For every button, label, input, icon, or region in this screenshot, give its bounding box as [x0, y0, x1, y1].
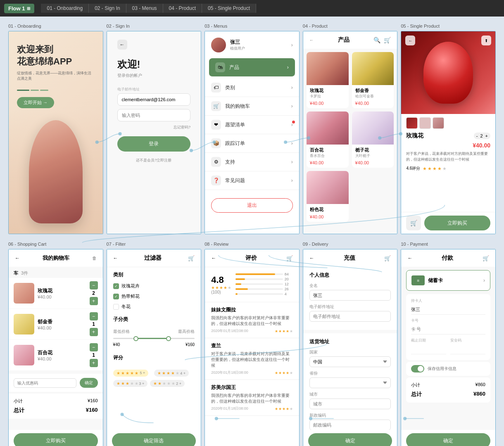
- cart-qty-plus-yellow[interactable]: +: [90, 328, 98, 336]
- expiry-input[interactable]: [411, 344, 446, 354]
- signin-login-button[interactable]: 登录: [117, 136, 191, 152]
- logout-button[interactable]: 退出: [211, 198, 293, 213]
- search-icon[interactable]: 🔍: [373, 37, 380, 43]
- email-delivery-input[interactable]: [309, 311, 391, 322]
- menu-item-orders[interactable]: 📦 跟踪订单 ›: [205, 134, 299, 153]
- delivery-cart-icon[interactable]: 🛒: [384, 255, 391, 261]
- cardholder-input[interactable]: [411, 304, 485, 315]
- province-select[interactable]: [309, 377, 391, 388]
- flow-button[interactable]: Flow 1 ⊞: [4, 4, 34, 13]
- rating-3[interactable]: ★ ★ ★ ★ ★ 3 +: [113, 380, 148, 387]
- coupon-input[interactable]: [14, 378, 76, 388]
- signin-password-input[interactable]: [117, 109, 191, 121]
- frame-shopping-cart: 06 - Shopping Cart ← 我的购物车 🗑 车 3件: [8, 249, 103, 446]
- rating-2[interactable]: ★ ★ ★ ★ ★ 2 +: [150, 380, 185, 387]
- signin-back-button[interactable]: ←: [117, 40, 127, 50]
- cart-checkout-button[interactable]: 立即购买: [14, 433, 98, 446]
- menu-item-product[interactable]: 🛍 产品 ›: [209, 58, 295, 77]
- country-select[interactable]: 中国: [309, 356, 391, 367]
- cart-qty-minus-yellow[interactable]: −: [90, 312, 98, 320]
- coupon-apply-button[interactable]: 确定: [80, 378, 98, 388]
- share-button[interactable]: ⬆: [481, 36, 491, 45]
- product-card-lily[interactable]: 百合花 香水百合 ¥40.00: [307, 112, 349, 168]
- forgot-password-link[interactable]: 忘记密码?: [117, 125, 191, 130]
- subtotal-row: 小计 ¥160: [14, 397, 98, 406]
- tab-product[interactable]: 04 - Product: [163, 4, 202, 13]
- filter-checkbox-tropical[interactable]: ✓: [113, 294, 119, 299]
- payment-cart-icon[interactable]: 🛒: [483, 255, 489, 261]
- product-card-pink[interactable]: 粉色花 ¥40.00: [307, 171, 349, 222]
- menu-label-orders: 跟踪订单: [225, 140, 287, 147]
- frame-filter: 07 - Filter ← 过滤器 🛒 类别 ✓ 玫瑰花卉 ✓ 热带: [107, 249, 202, 446]
- screen-onboarding: 欢迎来到 花意绵绵APP 绽放情感，花意无界——花意绵绵，演绎生活点滴之美 立即…: [9, 31, 103, 234]
- qty-plus[interactable]: +: [485, 133, 488, 138]
- tab-onboarding[interactable]: 01 - Onboarding: [41, 4, 89, 13]
- menu-item-category[interactable]: 🏷 类别 ›: [205, 78, 299, 97]
- cart-qty-minus-lily[interactable]: −: [90, 343, 98, 351]
- back-icon[interactable]: ←: [309, 38, 314, 43]
- city-input[interactable]: [309, 399, 391, 409]
- cart-qty-minus-rose[interactable]: −: [90, 281, 98, 289]
- cart-qty-plus-rose[interactable]: +: [90, 297, 98, 305]
- delivery-back-button[interactable]: ←: [309, 255, 314, 261]
- payment-confirm-button[interactable]: 确定: [406, 433, 490, 446]
- filter-back-button[interactable]: ←: [113, 255, 118, 261]
- thumb-3[interactable]: [433, 117, 444, 129]
- review-title: 评价: [216, 254, 286, 262]
- review-cart-icon[interactable]: 🛒: [286, 255, 293, 261]
- cart-trash-icon[interactable]: 🗑: [92, 256, 97, 261]
- card-number-input[interactable]: [411, 324, 485, 334]
- card-option-debit[interactable]: ≡ 储蓄卡 ›: [406, 270, 490, 291]
- save-card-label: 保存信用卡信息: [428, 366, 456, 372]
- single-back-button[interactable]: ←: [405, 36, 415, 45]
- filter-checkbox-winter[interactable]: [113, 304, 119, 310]
- filter-cart-icon[interactable]: 🛒: [188, 255, 195, 261]
- slider-thumb-min[interactable]: [133, 336, 138, 341]
- delivery-confirm-button[interactable]: 确定: [308, 433, 392, 446]
- register-link[interactable]: 还不是会员?立即注册: [117, 158, 191, 163]
- postal-input[interactable]: [309, 420, 391, 430]
- filter-apply-button[interactable]: 确定筛选: [112, 433, 196, 446]
- onboarding-start-button[interactable]: 立即开始 →: [17, 97, 54, 108]
- name-input[interactable]: [309, 290, 391, 301]
- save-card-toggle[interactable]: [411, 365, 424, 372]
- product-card-white[interactable]: 栀子花 大叶栀子 ¥40.00: [352, 112, 394, 168]
- signin-email-input[interactable]: [117, 93, 191, 106]
- review-back-button[interactable]: ←: [211, 255, 216, 261]
- product-card-yellow[interactable]: 郁金香 哈尔可金香 ¥40.00: [352, 52, 394, 108]
- frame-menus: 03 - Menus 张三 植值用户 › 🛍 产品 ›: [204, 31, 300, 234]
- save-card-toggle-row: 保存信用卡信息: [406, 362, 490, 376]
- cart-back-button[interactable]: ←: [15, 255, 20, 261]
- cart-item-img-rose: [14, 283, 34, 304]
- onboarding-progress: [17, 90, 95, 91]
- tab-menus[interactable]: 03 - Menus: [126, 4, 163, 13]
- cart-header-icon[interactable]: 🛒: [384, 37, 391, 43]
- cart-qty-plus-lily[interactable]: +: [90, 359, 98, 367]
- slider-thumb-max[interactable]: [166, 336, 171, 341]
- product-name-rose: 玫瑰花: [310, 88, 345, 94]
- frame-product: 04 - Product ← 产品 🔍 🛒: [303, 31, 398, 234]
- product-card-rose[interactable]: 玫瑰花 卡罗拉 ¥40.00: [307, 52, 349, 108]
- add-to-cart-button[interactable]: 🛒: [406, 216, 421, 230]
- filter-checkbox-roses[interactable]: ✓: [113, 283, 119, 289]
- cart-header: ← 我的购物车 🗑: [9, 249, 103, 267]
- rating-5[interactable]: ★ ★ ★ ★ ★ 5 + ★ ★ ★: [113, 368, 195, 378]
- tab-signin[interactable]: 02 - Sign In: [89, 4, 126, 13]
- menu-item-wishlist[interactable]: ❤ 愿望清单 ›: [205, 116, 299, 134]
- tab-single-product[interactable]: 05 - Single Product: [202, 4, 256, 13]
- menu-item-support[interactable]: ⚙ 支持 ›: [205, 153, 299, 171]
- payment-back-button[interactable]: ←: [407, 255, 412, 261]
- city-field: 城市: [309, 391, 391, 409]
- quantity-control[interactable]: - 2 +: [474, 133, 490, 139]
- buy-now-button[interactable]: 立即购买: [424, 216, 490, 230]
- thumb-1[interactable]: [406, 117, 418, 129]
- toggle-thumb: [418, 366, 423, 372]
- menu-item-cart[interactable]: 🛒 我的购物车 ›: [205, 97, 299, 116]
- cvv-input[interactable]: [450, 344, 485, 354]
- price-range-slider[interactable]: [113, 338, 195, 339]
- email-field: 电子邮件地址: [309, 304, 391, 322]
- menu-item-faq[interactable]: ❓ 常见问题 ›: [205, 171, 299, 190]
- qty-minus[interactable]: -: [476, 133, 478, 138]
- signin-subtitle: 登录你的帐户: [117, 73, 191, 78]
- thumb-2[interactable]: [419, 117, 431, 129]
